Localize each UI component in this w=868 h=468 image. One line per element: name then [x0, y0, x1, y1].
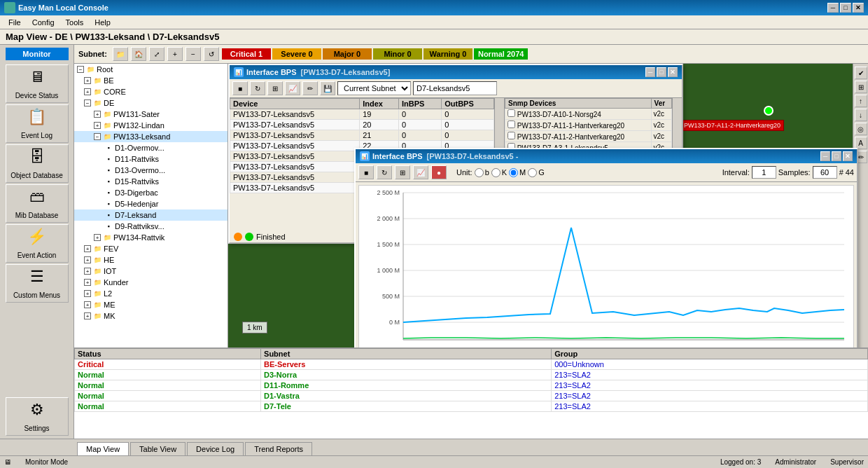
tree-item-MK[interactable]: + 📁 MK [74, 310, 227, 322]
l2-expand[interactable]: + [84, 290, 91, 297]
de-expand[interactable]: − [84, 99, 91, 106]
tree-item-BE[interactable]: + 📁 BE [74, 75, 227, 86]
list-item[interactable]: PW133-D7-A10-1-Norsg24 [505, 109, 652, 120]
tree-item-D5[interactable]: ▪ D5-Hedenjar [74, 198, 227, 209]
interval-input[interactable] [752, 166, 776, 179]
close-button[interactable]: ✕ [853, 3, 864, 13]
d1-chart-btn[interactable]: 📈 [285, 81, 300, 95]
tab-device-log[interactable]: Device Log [187, 442, 244, 455]
sidebar-item-event-action[interactable]: ⚡ Event Action [6, 224, 69, 263]
tree-item-D3[interactable]: ▪ D3-Digerbac [74, 187, 227, 198]
unit-M[interactable]: M [509, 168, 526, 177]
d2-refresh-btn[interactable]: ↻ [377, 165, 392, 179]
minimize-button[interactable]: ─ [827, 3, 839, 13]
tree-item-ME[interactable]: + 📁 ME [74, 299, 227, 310]
maximize-button[interactable]: □ [840, 3, 851, 13]
tree-item-PW132[interactable]: + 📁 PW132-Lindan [74, 120, 227, 131]
map-node-dot[interactable] [764, 106, 774, 116]
sidebar-item-device-status[interactable]: 🖥 Device Status [6, 64, 69, 103]
samples-input[interactable] [813, 166, 837, 179]
d1-stop-btn[interactable]: ■ [232, 81, 248, 95]
subnet-btn4[interactable]: + [167, 47, 183, 61]
d2-stop-btn[interactable]: ■ [358, 165, 374, 179]
subnet-btn6[interactable]: ↺ [204, 47, 219, 61]
d1-view-btn[interactable]: ⊞ [267, 81, 283, 95]
menu-config[interactable]: Config [27, 17, 60, 28]
tree-item-D9[interactable]: ▪ D9-Rattviksv... [74, 221, 227, 232]
dialog1-minimize[interactable]: ─ [645, 67, 655, 77]
list-item[interactable]: PW133-D7-A11-2-Hantverkareg20 [505, 131, 652, 142]
tree-item-D1[interactable]: ▪ D1-Overmov... [74, 142, 227, 153]
sidebar-item-object-database[interactable]: 🗄 Object Database [6, 144, 69, 183]
pw131-expand[interactable]: + [94, 111, 101, 118]
tree-item-IOT[interactable]: + 📁 IOT [74, 266, 227, 277]
kunder-expand[interactable]: + [84, 279, 91, 286]
d2-color-btn[interactable]: ● [431, 165, 447, 179]
tree-item-D11[interactable]: ▪ D11-Rattviks [74, 153, 227, 165]
menu-tools[interactable]: Tools [60, 17, 90, 28]
pw133-expand[interactable]: − [94, 133, 101, 140]
subnet-select[interactable]: Current Subnet [337, 81, 411, 95]
unit-b[interactable]: b [475, 168, 489, 177]
mk-expand[interactable]: + [84, 312, 91, 319]
tree-item-root[interactable]: − 📁 Root [74, 64, 227, 75]
subnet-btn2[interactable]: 🏠 [131, 47, 146, 61]
iot-expand[interactable]: + [84, 268, 91, 275]
subnet-btn5[interactable]: − [186, 47, 201, 61]
sidebar-item-settings[interactable]: ⚙ Settings [6, 397, 69, 436]
tree-item-Kunder[interactable]: + 📁 Kunder [74, 277, 227, 288]
pw132-expand[interactable]: + [94, 122, 101, 129]
subnet-btn1[interactable]: 📁 [113, 47, 128, 61]
dialog2-minimize[interactable]: ─ [820, 151, 830, 161]
tree-item-D15[interactable]: ▪ D15-Rattviks [74, 176, 227, 187]
map-area[interactable]: PW133-D7-A11-2-Hantverkareg20 1 km Leafl… [228, 64, 868, 347]
tree-item-PW133[interactable]: − 📁 PW133-Leksand [74, 131, 227, 142]
map-rb3[interactable]: ↑ [855, 95, 867, 107]
dialog1-maximize[interactable]: □ [657, 67, 666, 77]
subnet-btn3[interactable]: ⤢ [149, 47, 164, 61]
tree-item-L2[interactable]: + 📁 L2 [74, 288, 227, 299]
d1-refresh-btn[interactable]: ↻ [250, 81, 265, 95]
tree-item-CORE[interactable]: + 📁 CORE [74, 86, 227, 97]
badge-severe: Severe 0 [272, 48, 321, 60]
unit-G[interactable]: G [528, 168, 545, 177]
pw134-expand[interactable]: + [94, 234, 101, 241]
unit-K[interactable]: K [491, 168, 507, 177]
d2-chart-btn[interactable]: 📈 [413, 165, 428, 179]
map-rb4[interactable]: ↓ [855, 109, 867, 121]
map-rb2[interactable]: ⊞ [855, 81, 867, 93]
tab-map-view[interactable]: Map View [77, 442, 129, 455]
list-item[interactable]: PW133-D7-A11-1-Hantverkareg20 [505, 120, 652, 131]
tree-item-D13[interactable]: ▪ D13-Overmo... [74, 165, 227, 176]
tree-item-PW134[interactable]: + 📁 PW134-Rattvik [74, 232, 227, 243]
core-expand[interactable]: + [84, 88, 91, 95]
col-device: Device [230, 99, 360, 109]
sidebar-item-custom-menus[interactable]: ☰ Custom Menus [6, 264, 69, 303]
root-expand[interactable]: − [77, 66, 84, 73]
tab-table-view[interactable]: Table View [130, 442, 186, 455]
map-rb5[interactable]: ◎ [855, 123, 867, 135]
d2-view-btn[interactable]: ⊞ [395, 165, 410, 179]
sidebar-item-event-log[interactable]: 📋 Event Log [6, 104, 69, 143]
menu-help[interactable]: Help [89, 17, 116, 28]
he-expand[interactable]: + [84, 256, 91, 263]
map-rb1[interactable]: ✔ [855, 67, 867, 79]
d1-edit-btn[interactable]: ✏ [302, 81, 318, 95]
menu-file[interactable]: File [3, 17, 27, 28]
tree-item-FEV[interactable]: + 📁 FEV [74, 243, 227, 254]
be-expand[interactable]: + [84, 77, 91, 84]
tree-item-D7[interactable]: ▪ D7-Leksand [74, 209, 227, 221]
dialog2-close[interactable]: ✕ [843, 151, 853, 161]
me-expand[interactable]: + [84, 301, 91, 308]
tree-item-HE[interactable]: + 📁 HE [74, 254, 227, 266]
sidebar-item-mib-database[interactable]: 🗃 Mib Database [6, 184, 69, 223]
tree-item-DE[interactable]: − 📁 DE [74, 97, 227, 109]
tab-trend-reports[interactable]: Trend Reports [245, 442, 312, 455]
col-inbps: InBPS [398, 99, 441, 109]
device-input[interactable] [413, 81, 497, 95]
d1-save-btn[interactable]: 💾 [320, 81, 335, 95]
tree-item-PW131[interactable]: + 📁 PW131-Sater [74, 109, 227, 120]
fev-expand[interactable]: + [84, 245, 91, 252]
dialog1-close[interactable]: ✕ [668, 67, 678, 77]
dialog2-maximize[interactable]: □ [832, 151, 841, 161]
